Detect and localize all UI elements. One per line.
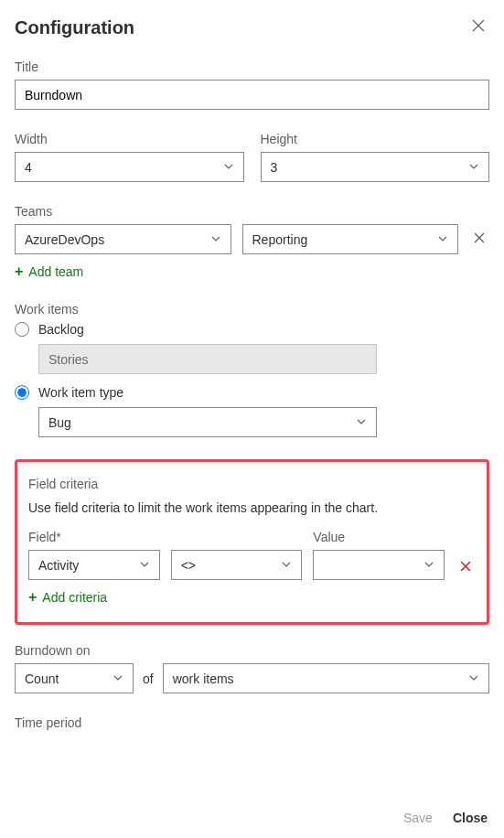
- backlog-radio[interactable]: [15, 322, 29, 337]
- burndown-measure-value: Count: [25, 671, 59, 686]
- work-items-label: Work items: [15, 302, 489, 317]
- time-period-label: Time period: [15, 715, 489, 730]
- burndown-on-label: Burndown on: [15, 643, 489, 658]
- field-select[interactable]: Activity: [28, 550, 160, 580]
- title-input[interactable]: [15, 80, 489, 110]
- chevron-down-icon: [281, 558, 292, 573]
- teams-label: Teams: [15, 204, 489, 219]
- work-item-type-select[interactable]: Bug: [38, 407, 377, 437]
- field-criteria-section: Field criteria Use field criteria to lim…: [15, 459, 489, 625]
- width-select[interactable]: 4: [15, 152, 244, 182]
- plus-icon: +: [28, 589, 37, 606]
- close-icon[interactable]: [467, 15, 489, 41]
- remove-team-icon[interactable]: [469, 228, 489, 252]
- height-select[interactable]: 3: [261, 152, 490, 182]
- add-team-label: Add team: [28, 264, 83, 279]
- backlog-value-input: [38, 344, 377, 374]
- panel-title: Configuration: [15, 17, 134, 38]
- chevron-down-icon: [113, 671, 123, 686]
- height-label: Height: [261, 132, 490, 146]
- chevron-down-icon: [424, 558, 434, 573]
- of-text: of: [143, 671, 154, 686]
- work-item-type-value: Bug: [48, 415, 71, 430]
- close-button[interactable]: Close: [453, 811, 488, 825]
- field-label: Field*: [28, 530, 160, 544]
- plus-icon: +: [15, 263, 23, 280]
- save-button: Save: [403, 811, 433, 825]
- remove-criteria-icon[interactable]: [456, 556, 476, 580]
- chevron-down-icon: [468, 671, 479, 686]
- field-criteria-helper: Use field criteria to limit the work ite…: [28, 500, 476, 515]
- team2-select[interactable]: Reporting: [242, 224, 459, 254]
- operator-select[interactable]: <>: [171, 550, 303, 580]
- work-item-type-radio-label: Work item type: [38, 385, 123, 400]
- add-team-link[interactable]: + Add team: [15, 263, 83, 280]
- chevron-down-icon: [437, 232, 448, 247]
- burndown-unit-value: work items: [173, 671, 234, 686]
- width-value: 4: [25, 160, 32, 175]
- work-item-type-radio[interactable]: [15, 385, 29, 400]
- backlog-radio-label: Backlog: [38, 322, 84, 337]
- width-label: Width: [15, 132, 244, 146]
- height-value: 3: [271, 160, 278, 175]
- chevron-down-icon: [139, 558, 150, 573]
- chevron-down-icon: [223, 160, 234, 175]
- operator-value: <>: [181, 558, 196, 573]
- field-criteria-title: Field criteria: [28, 477, 476, 491]
- value-select[interactable]: [313, 550, 445, 580]
- chevron-down-icon: [356, 415, 367, 430]
- field-value: Activity: [38, 558, 79, 573]
- add-criteria-link[interactable]: + Add criteria: [28, 589, 107, 606]
- chevron-down-icon: [210, 232, 221, 247]
- team2-value: Reporting: [252, 232, 308, 247]
- chevron-down-icon: [468, 160, 479, 175]
- burndown-measure-select[interactable]: Count: [15, 663, 134, 693]
- add-criteria-label: Add criteria: [42, 590, 107, 605]
- value-label: Value: [313, 530, 445, 544]
- team1-select[interactable]: AzureDevOps: [15, 224, 231, 254]
- burndown-unit-select[interactable]: work items: [163, 663, 489, 693]
- team1-value: AzureDevOps: [25, 232, 104, 247]
- operator-label: [171, 530, 303, 544]
- title-label: Title: [15, 59, 489, 74]
